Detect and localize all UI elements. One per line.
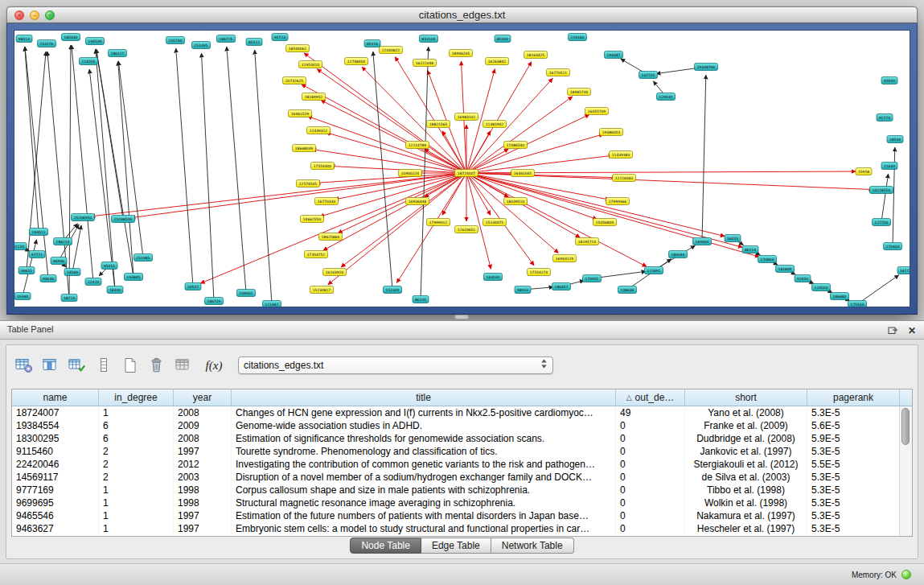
graph-node[interactable]: 175543 [848,301,867,308]
graph-node[interactable]: 15056804 [593,219,617,226]
row-tools-icon[interactable] [94,356,113,374]
graph-node[interactable]: 12953020 [299,61,322,68]
graph-node[interactable]: 22044822 [380,47,403,54]
graph-node[interactable]: 16777 [897,267,910,274]
graph-node[interactable]: 17554300 [311,163,335,170]
table-row[interactable]: 2242004622012Investigating the contribut… [12,458,900,471]
graph-node[interactable]: 127700 [873,219,891,226]
graph-node[interactable]: 16461529 [289,110,312,117]
tab-node-table[interactable]: Node Table [350,538,421,554]
table-row[interactable]: 1872400712008Changes of HCN gene express… [12,406,900,419]
graph-node[interactable]: 16903129 [553,255,577,262]
graph-node[interactable]: 11439312 [307,127,331,134]
graph-node[interactable]: 19384 [14,293,31,300]
graph-node[interactable]: 121467 [263,301,281,308]
graph-node[interactable]: 12610651 [455,226,478,233]
table-row[interactable]: 1938455462009Genome-wide association stu… [12,419,900,432]
column-header-pagerank[interactable]: pagerank [807,389,900,406]
graph-node[interactable]: 94655 [18,267,35,274]
graph-node[interactable]: 181849 [776,266,795,273]
graph-node[interactable]: 12216060 [613,175,636,182]
graph-node[interactable]: 18985734 [568,89,591,96]
graph-node[interactable]: 194539 [86,38,105,45]
graph-node[interactable]: 92450 [795,275,811,282]
graph-node[interactable]: 174955 [583,275,602,282]
graph-node[interactable]: 10228554 [870,187,893,194]
graph-node[interactable]: 853104 [420,35,438,43]
graph-node[interactable]: 17354752 [305,251,328,258]
column-header-title[interactable]: title [232,389,616,406]
graph-node[interactable]: 124503 [812,284,831,291]
graph-node[interactable]: 85316 [364,40,380,47]
float-panel-icon[interactable] [888,323,898,338]
table-row[interactable]: 1830029562008Estimation of significance … [12,432,900,445]
minimize-window-button[interactable] [30,10,39,20]
graph-node[interactable]: 121891 [645,267,663,274]
graph-node[interactable]: 18821565 [427,121,450,128]
graph-node[interactable]: 18039510 [504,198,528,205]
graph-node[interactable]: 18724007 [455,170,478,177]
graph-node[interactable]: 16461045 [511,170,535,177]
graph-node[interactable]: 97771 [29,251,45,258]
table-row[interactable]: 1456911722003Disruption of a novel membe… [12,471,900,484]
graph-node[interactable]: 151344 [384,286,402,294]
graph-node[interactable]: 12574505 [297,180,320,187]
graph-node[interactable]: 18668039 [293,145,316,152]
table-settings-icon[interactable] [14,356,34,374]
graph-node[interactable]: 94636 [40,275,56,282]
new-table-icon[interactable] [121,356,140,374]
table-row[interactable]: 969969511998Structural magnetic resonanc… [12,496,900,509]
graph-node[interactable]: 219160 [569,34,587,41]
close-window-button[interactable] [14,10,24,20]
graph-node[interactable]: 186117 [109,50,127,57]
graph-node[interactable]: 18544 [887,136,903,143]
graph-node[interactable]: 18946205 [450,50,473,57]
delete-column-icon[interactable] [147,356,166,374]
network-canvas[interactable]: 1872400716461045180395101513447512610651… [14,30,910,307]
table-row[interactable]: 911546021997Tourette syndrome. Phenomeno… [12,445,900,458]
graph-node[interactable]: 214205 [80,58,98,65]
graph-node[interactable]: 91154 [14,243,27,250]
graph-node[interactable]: 185330 [62,34,80,41]
graph-node[interactable]: 251495 [192,42,211,49]
graph-node[interactable]: 16983102 [455,113,478,121]
graph-node[interactable]: 186680 [831,293,849,300]
column-header-in_degree[interactable]: in_degree [99,389,174,406]
network-table-selector[interactable]: citations_edges.txt [238,356,553,374]
graph-node[interactable]: 109002 [237,290,256,297]
graph-node[interactable]: 25206950 [72,214,95,221]
graph-node[interactable]: 16906448 [406,198,429,205]
graph-node[interactable]: 92774 [877,114,893,122]
graph-node[interactable]: 194487 [605,51,623,59]
network-view[interactable]: 1872400716461045180395101513447512610651… [14,31,910,307]
table-scrollbar[interactable] [899,406,912,536]
graph-node[interactable]: 170863 [758,256,777,263]
graph-node[interactable]: 16103920 [323,269,347,276]
graph-node[interactable]: 95959 [881,77,897,84]
graph-node[interactable]: 186725 [217,35,236,43]
import-table-icon[interactable] [174,356,193,374]
graph-node[interactable]: 18544062 [286,45,310,52]
column-header-name[interactable]: name [12,389,99,406]
scrollbar-thumb[interactable] [901,408,910,445]
graph-node[interactable]: 16222048 [413,60,437,67]
graph-node[interactable]: 253176 [38,40,56,47]
graph-node[interactable]: 18163425 [524,51,548,59]
column-header-out_degree[interactable]: △out_de… [616,389,685,406]
graph-node[interactable]: 18184952 [302,93,326,101]
table-row[interactable]: 946554611997Estimation of the future num… [12,509,900,522]
graph-node[interactable]: 11381902 [483,121,507,128]
graph-node[interactable]: 20557 [185,283,201,290]
graph-node[interactable]: 170403 [884,243,902,250]
graph-node[interactable]: 95051 [101,262,117,270]
graph-node[interactable]: 10900224 [399,170,422,177]
graph-node[interactable]: 22420 [85,278,101,286]
add-column-icon[interactable] [68,356,87,374]
panel-splitter[interactable] [454,315,469,319]
graph-node[interactable]: 186044 [669,251,688,258]
graph-node[interactable]: 25198509 [112,216,135,223]
graph-node[interactable]: 19448794 [695,64,718,71]
graph-node[interactable]: 16055 [725,235,741,242]
graph-node[interactable]: 163030 [484,274,503,281]
tab-network-table[interactable]: Network Table [491,538,574,554]
